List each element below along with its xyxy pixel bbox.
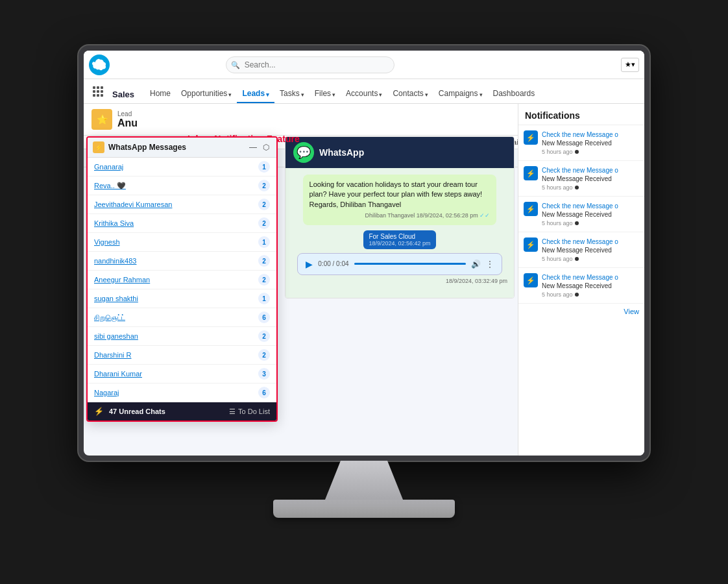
nav-home[interactable]: Home xyxy=(145,79,176,103)
notification-subtitle: New Message Received xyxy=(542,246,639,254)
wp-contact-item[interactable]: Reva.. 🖤 2 xyxy=(88,176,276,195)
search-input[interactable] xyxy=(226,56,394,73)
wp-contact-item[interactable]: Krithika Siva 2 xyxy=(88,214,276,233)
wp-contact-name: Krithika Siva xyxy=(94,219,258,227)
notification-bolt-icon: ⚡ xyxy=(524,237,538,252)
nav-leads[interactable]: Leads ▾ xyxy=(237,79,274,103)
header-right: ★▾ xyxy=(621,58,639,72)
notification-dot xyxy=(575,257,579,261)
notification-bolt-icon: ⚡ xyxy=(524,130,538,145)
wp-todo[interactable]: ☰ To Do List xyxy=(229,408,270,416)
notification-item[interactable]: ⚡ Check the new Message o New Message Re… xyxy=(518,197,644,232)
sales-cloud-tag: For Sales Cloud 18/9/2024, 02:56:42 pm xyxy=(363,230,435,249)
wp-contact-badge: 2 xyxy=(258,274,270,286)
audio-volume-icon[interactable]: 🔊 xyxy=(471,260,481,269)
nav-campaigns[interactable]: Campaigns ▾ xyxy=(433,79,488,103)
wp-contact-name: sibi ganeshan xyxy=(94,332,258,340)
audio-player: ▶ 0:00 / 0:04 🔊 ⋮ xyxy=(297,253,502,275)
audio-progress-bar xyxy=(354,263,466,265)
notification-content: Check the new Message o New Message Rece… xyxy=(542,202,639,226)
audio-more-button[interactable]: ⋮ xyxy=(486,260,494,269)
wp-contact-item[interactable]: சிறுஞெட்ட் 6 xyxy=(88,308,276,327)
notification-time: 5 hours ago xyxy=(542,184,639,191)
wp-contact-item[interactable]: Jeevithadevi Kumaresan 2 xyxy=(88,195,276,214)
notification-content: Check the new Message o New Message Rece… xyxy=(542,237,639,262)
wp-header-actions: — ⬡ xyxy=(248,143,271,152)
wp-external-button[interactable]: ⬡ xyxy=(261,143,271,152)
wp-contact-item[interactable]: Dharshini R 2 xyxy=(88,346,276,365)
notification-item[interactable]: ⚡ Check the new Message o New Message Re… xyxy=(518,268,644,304)
chat-messages: Looking for vacation holidays to start y… xyxy=(285,168,514,298)
chat-header: 💬 WhatsApp xyxy=(285,137,514,168)
wp-contact-name: Gnanaraj xyxy=(94,163,258,171)
wp-title: WhatsApp Messages xyxy=(108,143,244,152)
sales-cloud-time: 18/9/2024, 02:56:42 pm xyxy=(369,240,430,247)
wp-minimize-button[interactable]: — xyxy=(248,143,258,152)
notification-subtitle: New Message Received xyxy=(542,139,639,147)
favorites-button[interactable]: ★▾ xyxy=(621,58,639,72)
notification-time: 5 hours ago xyxy=(542,256,639,262)
search-icon: 🔍 xyxy=(231,60,240,69)
wp-contact-name: Jeevithadevi Kumaresan xyxy=(94,201,258,208)
wp-contact-badge: 2 xyxy=(258,180,270,191)
wp-contact-badge: 2 xyxy=(258,349,270,361)
sales-cloud-label: For Sales Cloud xyxy=(369,233,430,240)
notifications-header: Notifications xyxy=(518,104,644,125)
wp-unread-count[interactable]: 47 Unread Chats xyxy=(109,408,165,415)
notification-title: Check the new Message o xyxy=(542,237,639,246)
nav-files[interactable]: Files ▾ xyxy=(309,79,341,103)
audio-play-button[interactable]: ▶ xyxy=(306,259,313,269)
app-launcher-button[interactable] xyxy=(89,82,107,101)
notification-item[interactable]: ⚡ Check the new Message o New Message Re… xyxy=(518,161,644,197)
wp-contact-badge: 6 xyxy=(258,311,270,323)
notification-bolt-icon: ⚡ xyxy=(524,273,538,287)
audio-time: 0:00 / 0:04 xyxy=(318,260,348,267)
wp-contact-badge: 1 xyxy=(258,293,270,304)
notification-item[interactable]: ⚡ Check the new Message o New Message Re… xyxy=(518,125,644,161)
wp-contact-item[interactable]: Gnanaraj 1 xyxy=(88,158,276,176)
search-bar[interactable]: 🔍 xyxy=(226,56,394,73)
monitor-stand-base xyxy=(273,500,455,518)
notification-subtitle: New Message Received xyxy=(542,210,639,219)
wp-contact-name: Dharani Kumar xyxy=(94,370,258,378)
lead-name: Anu xyxy=(117,117,138,129)
wp-contact-item[interactable]: sugan shakthi 1 xyxy=(88,289,276,308)
wp-contact-item[interactable]: nandhinik483 2 xyxy=(88,252,276,271)
wp-contact-badge: 2 xyxy=(258,199,270,210)
wp-contact-badge: 6 xyxy=(258,387,270,398)
wp-bolt-icon: ⚡ xyxy=(93,141,104,153)
notification-bolt-icon: ⚡ xyxy=(524,202,538,216)
lead-icon: ⭐ xyxy=(91,109,112,130)
notification-dot xyxy=(575,221,579,225)
wp-contact-badge: 3 xyxy=(258,368,270,380)
wp-contact-name: Nagaraj xyxy=(94,389,258,396)
view-all-link[interactable]: View xyxy=(518,304,644,319)
wp-contact-name: சிறுஞெட்ட் xyxy=(94,313,258,322)
nav-dashboards[interactable]: Dashboards xyxy=(488,79,540,103)
notification-subtitle: New Message Received xyxy=(542,175,639,183)
notification-title: Check the new Message o xyxy=(542,130,639,139)
wp-todo-icon: ☰ xyxy=(229,408,236,416)
audio-meta: 18/9/2024, 03:32:49 pm xyxy=(292,278,507,284)
wp-contact-badge: 2 xyxy=(258,217,270,229)
nav-accounts[interactable]: Accounts ▾ xyxy=(341,79,387,103)
nav-contacts[interactable]: Contacts ▾ xyxy=(387,79,433,103)
chat-message-bubble: Looking for vacation holidays to start y… xyxy=(303,175,497,225)
chat-read-icon: ✓✓ xyxy=(479,212,490,219)
notification-content: Check the new Message o New Message Rece… xyxy=(542,166,639,191)
wp-contact-item[interactable]: Vignesh 1 xyxy=(88,233,276,252)
wp-contact-item[interactable]: Dharani Kumar 3 xyxy=(88,365,276,383)
wp-contact-item[interactable]: Nagaraj 6 xyxy=(88,383,276,402)
notification-content: Check the new Message o New Message Rece… xyxy=(542,273,639,298)
nav-tasks[interactable]: Tasks ▾ xyxy=(274,79,309,103)
lead-type-label: Lead xyxy=(117,110,138,117)
notification-item[interactable]: ⚡ Check the new Message o New Message Re… xyxy=(518,232,644,268)
nav-opportunities[interactable]: Opportunities ▾ xyxy=(176,79,237,103)
whatsapp-panel: ⚡ WhatsApp Messages — ⬡ Gnanaraj 1 Reva.… xyxy=(86,136,278,422)
notification-dot xyxy=(575,293,579,297)
wp-contact-item[interactable]: Aneegur Rahman 2 xyxy=(88,271,276,289)
sf-nav: Sales Home Opportunities ▾ Leads ▾ Tasks… xyxy=(84,79,644,104)
notification-dot xyxy=(575,186,579,189)
main-content: ⭐ Lead Anu + Fo Inbox Notification Featu… xyxy=(84,104,644,456)
wp-contact-item[interactable]: sibi ganeshan 2 xyxy=(88,327,276,346)
